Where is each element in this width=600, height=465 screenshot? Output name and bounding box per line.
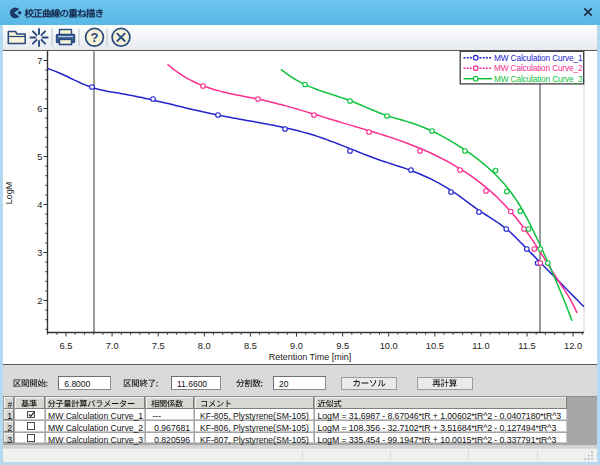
svg-text:3: 3 — [37, 248, 42, 258]
svg-text:5: 5 — [37, 152, 42, 162]
svg-text:MW Calculation Curve_3: MW Calculation Curve_3 — [494, 74, 583, 84]
svg-text:10.5: 10.5 — [426, 341, 444, 351]
svg-text:12.0: 12.0 — [564, 341, 582, 351]
svg-text:4: 4 — [37, 200, 42, 210]
svg-text:Retention Time [min]: Retention Time [min] — [269, 352, 352, 362]
svg-text:7: 7 — [37, 56, 42, 66]
svg-text:7.0: 7.0 — [106, 341, 119, 351]
svg-text:6.5: 6.5 — [60, 341, 73, 351]
svg-text:9.0: 9.0 — [290, 341, 303, 351]
svg-text:MW Calculation Curve_2: MW Calculation Curve_2 — [494, 63, 583, 73]
svg-text:11.5: 11.5 — [518, 341, 535, 351]
svg-text:8.0: 8.0 — [198, 341, 211, 351]
svg-text:MW Calculation Curve_1: MW Calculation Curve_1 — [494, 53, 583, 63]
svg-text:LogM: LogM — [4, 182, 14, 205]
svg-text:6: 6 — [37, 104, 42, 114]
svg-text:8.5: 8.5 — [244, 341, 257, 351]
svg-text:10.0: 10.0 — [380, 341, 398, 351]
svg-text:9.5: 9.5 — [336, 341, 349, 351]
svg-text:?: ? — [91, 30, 99, 45]
svg-text:7.5: 7.5 — [152, 341, 165, 351]
svg-text:2: 2 — [37, 296, 42, 306]
svg-text:11.0: 11.0 — [472, 341, 489, 351]
